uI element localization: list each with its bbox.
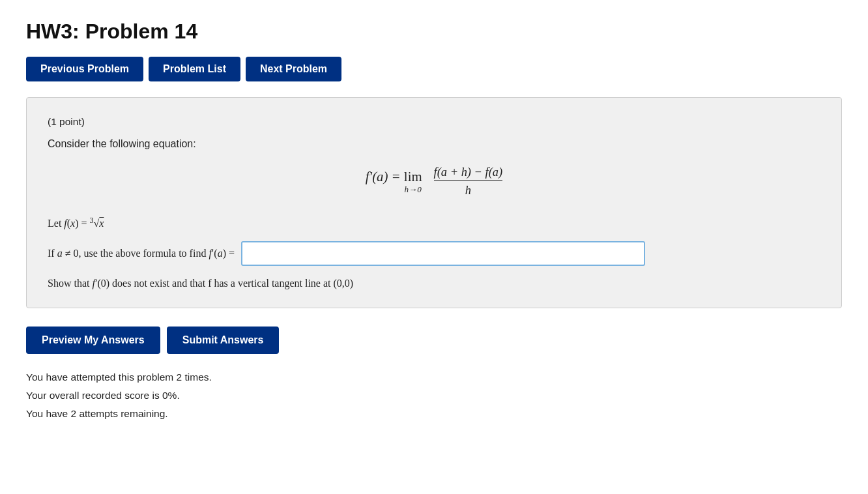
problem-list-button[interactable]: Problem List: [149, 57, 240, 81]
attempt-info: You have attempted this problem 2 times.…: [26, 368, 842, 423]
nav-buttons: Previous Problem Problem List Next Probl…: [26, 57, 842, 81]
show-line: Show that f′(0) does not exist and that …: [48, 278, 820, 289]
preview-answers-button[interactable]: Preview My Answers: [26, 327, 160, 354]
action-buttons: Preview My Answers Submit Answers: [26, 327, 842, 354]
answer-prefix: If a ≠ 0, use the above formula to find …: [48, 248, 235, 259]
let-line: Let f(x) = 3√x: [48, 216, 820, 229]
answer-input[interactable]: [241, 241, 645, 266]
next-problem-button[interactable]: Next Problem: [246, 57, 341, 81]
points-label: (1 point): [48, 116, 820, 128]
intro-text: Consider the following equation:: [48, 138, 820, 150]
previous-problem-button[interactable]: Previous Problem: [26, 57, 143, 81]
attempt-line-3: You have 2 attempts remaining.: [26, 405, 842, 423]
attempt-line-2: Your overall recorded score is 0%.: [26, 386, 842, 405]
answer-line: If a ≠ 0, use the above formula to find …: [48, 241, 820, 266]
page-title: HW3: Problem 14: [26, 20, 842, 44]
formula-block: f′(a) = lim h→0 f(a + h) − f(a) h: [48, 166, 820, 197]
problem-box: (1 point) Consider the following equatio…: [26, 97, 842, 308]
attempt-line-1: You have attempted this problem 2 times.: [26, 368, 842, 386]
submit-answers-button[interactable]: Submit Answers: [167, 327, 280, 354]
